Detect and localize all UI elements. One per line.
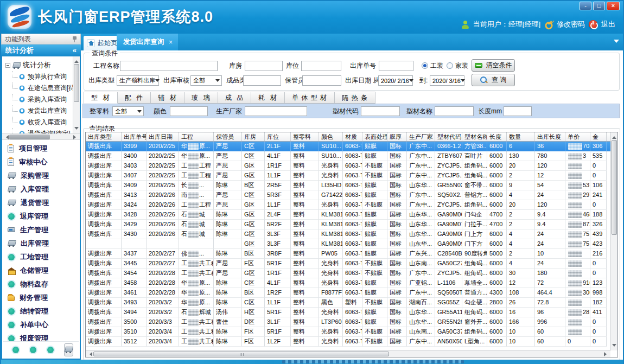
column-header[interactable]: 出库日期: [147, 132, 179, 142]
sidebar-item-project-mgmt[interactable]: 项目管理: [2, 142, 80, 155]
material-tab-5[interactable]: 耗 材: [251, 92, 285, 104]
table-row[interactable]: 调拨出库35122020/3/4工共工程陈琳F区1L2F整料光身料6063-T5…: [86, 337, 610, 347]
product-type-input[interactable]: [243, 75, 281, 86]
logout-link[interactable]: 退出: [601, 20, 615, 29]
dot-icon[interactable]: [47, 347, 54, 353]
tree-item-receipt-inbound-query[interactable]: 收货入库查询: [5, 117, 72, 128]
table-horizontal-scrollbar[interactable]: [86, 350, 610, 357]
search-button[interactable]: 查 询: [472, 74, 515, 86]
table-row[interactable]: 调拨出库34942020/3/2石辉城汤伟H区5R1F整料光身料6063-T5贴…: [86, 308, 610, 317]
column-header[interactable]: 型材名称: [462, 132, 487, 142]
industrial-radio[interactable]: [422, 62, 428, 69]
clear-conditions-button[interactable]: 清空条件: [472, 59, 515, 72]
scroll-up-arrow-icon[interactable]: [74, 58, 79, 63]
color-input[interactable]: [170, 106, 208, 116]
column-header[interactable]: 单价: [565, 132, 590, 142]
tree-item-purchase-inbound-query[interactable]: 采购入库查询: [5, 94, 72, 105]
tree-root-node[interactable]: 统计分析: [5, 59, 72, 71]
close-button[interactable]: ×: [607, 2, 620, 10]
material-tab-6[interactable]: 单 体 型 材: [285, 92, 335, 104]
scroll-down-arrow-icon[interactable]: [612, 344, 616, 349]
scroll-down-arrow-icon[interactable]: [74, 127, 79, 132]
horizontal-scroll-thumb[interactable]: [93, 352, 389, 356]
column-header[interactable]: 数量: [507, 132, 535, 142]
sidebar-item-finance-mgmt[interactable]: 财务管理: [2, 291, 80, 304]
sidebar-item-stock-return-mgmt[interactable]: 退库管理: [2, 209, 80, 223]
pin-icon[interactable]: [73, 36, 77, 42]
table-row[interactable]: 调拨出库34292020/2/26石城陈琳G区5R2F整料KLM38176063…: [86, 220, 610, 229]
table-row[interactable]: 调拨出库33992020/2/25华原...严思C区2L1F整料SU10...6…: [86, 142, 610, 151]
table-row[interactable]: 调拨出库35102020/3/4工共工程陈琳F区5R1F整料光身料6063-T5…: [86, 327, 610, 337]
scroll-up-arrow-icon[interactable]: [612, 134, 616, 139]
length-input[interactable]: [504, 106, 532, 116]
material-tab-2[interactable]: 辅 材: [151, 92, 184, 104]
table-row[interactable]: 调拨出库34092020/2/25长...陈琳B区2R5F整料LI35HD606…: [86, 181, 610, 190]
material-tab-0[interactable]: 型 材: [84, 92, 118, 104]
column-header[interactable]: 库房: [242, 132, 265, 142]
column-header[interactable]: 金: [590, 132, 607, 142]
table-row[interactable]: 调拨出库34542020/2/28工共工程严思G区1R1F整料光身料6063-T…: [86, 269, 610, 278]
column-header[interactable]: 出库类型: [86, 132, 122, 142]
maximize-button[interactable]: □: [593, 2, 605, 10]
table-row[interactable]: 调拨出库34002020/2/25华原...严思C区4L1F整料SU10...6…: [86, 151, 610, 161]
profile-code-input[interactable]: [361, 106, 400, 116]
tree-item-shipment-outbound-query[interactable]: 发货出库查询: [5, 105, 72, 117]
table-row[interactable]: 调拨出库34282020/2/26石城陈琳G区2L4F整料KLM38176063…: [86, 210, 610, 220]
scroll-right-arrow-icon[interactable]: [604, 352, 609, 356]
dot-icon[interactable]: [30, 347, 36, 353]
home-decor-radio[interactable]: [447, 62, 453, 69]
material-tab-7[interactable]: 隔 热 条: [335, 92, 375, 104]
table-row[interactable]: 调拨出库34612020/2/28华原...陈琳B区1R2F整料F8877FT6…: [86, 288, 610, 298]
scroll-left-arrow-icon[interactable]: [87, 352, 92, 356]
sidebar-item-inventory-count[interactable]: 物料盘存: [2, 277, 80, 291]
sidebar-item-inbound-mgmt[interactable]: 入库管理: [2, 182, 80, 196]
table-row[interactable]: 调拨出库34452020/2/27工共工程严思F区5R1F整料光身料6063-T…: [86, 259, 610, 269]
project-name-input[interactable]: [120, 61, 218, 71]
table-row[interactable]: 调拨出库34242020/2/26工工程严思G区1L1F整料光身料6063-T5…: [86, 200, 610, 210]
sidebar-item-reorder-center[interactable]: 补单中心: [2, 318, 80, 331]
tree-item-budget-exec-query[interactable]: 预算执行查询: [5, 71, 72, 82]
whole-scrap-dropdown[interactable]: 全部: [112, 106, 144, 116]
tab-close-icon[interactable]: ×: [169, 39, 173, 46]
date-from-picker[interactable]: 2020/ 2/16: [378, 75, 413, 86]
column-header[interactable]: 库位: [265, 132, 291, 142]
column-header[interactable]: 生产厂家: [407, 132, 435, 142]
table-row[interactable]: 调拨出库34932020/3/2华原...陈琳C区1L1F整料黑色塑料不贴膜国标…: [86, 298, 610, 308]
column-header[interactable]: 出库单号: [122, 132, 147, 142]
table-row[interactable]: G区3L3F整料KLM38176063-T5贴膜国标山东华...GA90M09.…: [86, 239, 610, 249]
tree-horizontal-scrollbar[interactable]: [2, 133, 80, 140]
column-header[interactable]: 工程: [179, 132, 214, 142]
outbound-type-dropdown[interactable]: 生产领料出库: [117, 75, 159, 86]
scroll-right-arrow-icon[interactable]: [73, 135, 78, 139]
sidebar-item-carryover-mgmt[interactable]: 结转管理: [2, 304, 80, 318]
tree-expander-icon[interactable]: [5, 63, 10, 68]
column-header[interactable]: 表面处理: [362, 132, 387, 142]
collapse-sidebar-button[interactable]: «: [73, 44, 77, 56]
outbound-order-input[interactable]: [379, 61, 413, 71]
table-row[interactable]: 调拨出库34072020/2/25工工程严思G区1L1F整料光身料6063-T5…: [86, 171, 610, 181]
sidebar-item-purchase-mgmt[interactable]: 采购管理: [2, 169, 80, 182]
column-header[interactable]: 颜色: [319, 132, 343, 142]
tree-vertical-scrollbar[interactable]: [73, 56, 80, 133]
tab-list-dropdown-icon[interactable]: [614, 40, 619, 46]
dot-icon[interactable]: [12, 347, 19, 353]
column-header[interactable]: 材质: [343, 132, 362, 142]
material-tab-4[interactable]: 成 品: [218, 92, 252, 104]
vertical-scroll-thumb[interactable]: [612, 140, 617, 235]
manufacturer-input[interactable]: [245, 106, 307, 116]
sidebar-item-audit-center[interactable]: 审核中心: [2, 155, 80, 169]
table-row[interactable]: 调拨出库34032020/2/25工工程严思G区1R1F整料光身料6063-T5…: [86, 161, 610, 171]
table-row[interactable]: 调拨出库34582020/2/28华原...陈琳C区4L1F整料光身料6063-…: [86, 278, 610, 288]
table-row[interactable]: 调拨出库34372020/2/27佛...陈琳B区3R8F整料PW056063-…: [86, 249, 610, 259]
warehouse-input[interactable]: [245, 61, 283, 71]
table-vertical-scrollbar[interactable]: [610, 132, 617, 350]
table-row[interactable]: 调拨出库35002020/3/3工共工程曹佳D区3L1F整料LT3P606063…: [86, 317, 610, 327]
tab-shipment-outbound-query[interactable]: 发货出库查询 ×: [117, 34, 178, 50]
keeper-input[interactable]: [302, 75, 341, 86]
scroll-left-arrow-icon[interactable]: [4, 135, 9, 139]
sidebar-item-production-mgmt[interactable]: 生产管理: [2, 223, 80, 237]
column-header[interactable]: 长度: [487, 132, 507, 142]
date-to-picker[interactable]: 2020/ 3/16: [430, 75, 464, 86]
column-header[interactable]: 出库长度: [535, 132, 565, 142]
sidebar-item-site-mgmt[interactable]: 工地管理: [2, 250, 80, 264]
